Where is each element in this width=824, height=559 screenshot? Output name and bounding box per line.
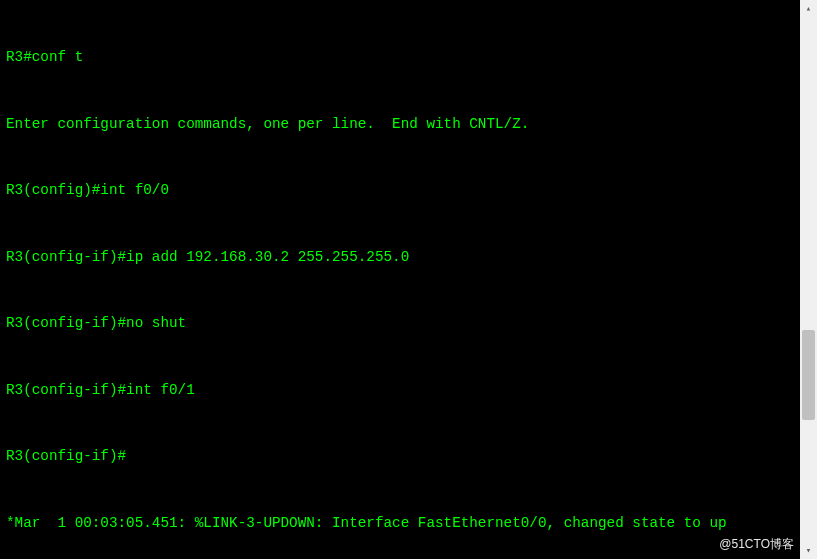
terminal-line: *Mar 1 00:03:05.451: %LINK-3-UPDOWN: Int… bbox=[6, 512, 794, 534]
window-viewport: R3#conf t Enter configuration commands, … bbox=[0, 0, 824, 559]
terminal-line: R3(config)#int f0/0 bbox=[6, 179, 794, 201]
terminal-line: R3(config-if)#no shut bbox=[6, 312, 794, 334]
scroll-down-button[interactable]: ▾ bbox=[800, 542, 817, 559]
vertical-scrollbar[interactable]: ▴ ▾ bbox=[800, 0, 817, 559]
chevron-up-icon: ▴ bbox=[806, 3, 811, 14]
terminal-output[interactable]: R3#conf t Enter configuration commands, … bbox=[0, 0, 800, 559]
terminal-line: R3(config-if)# bbox=[6, 445, 794, 467]
watermark-text: @51CTO博客 bbox=[719, 536, 794, 553]
scroll-up-button[interactable]: ▴ bbox=[800, 0, 817, 17]
terminal-line: R3(config-if)#ip add 192.168.30.2 255.25… bbox=[6, 246, 794, 268]
scroll-thumb[interactable] bbox=[802, 330, 815, 420]
chevron-down-icon: ▾ bbox=[806, 545, 811, 556]
terminal-line: R3(config-if)#int f0/1 bbox=[6, 379, 794, 401]
terminal-line: Enter configuration commands, one per li… bbox=[6, 113, 794, 135]
terminal-line: R3#conf t bbox=[6, 46, 794, 68]
